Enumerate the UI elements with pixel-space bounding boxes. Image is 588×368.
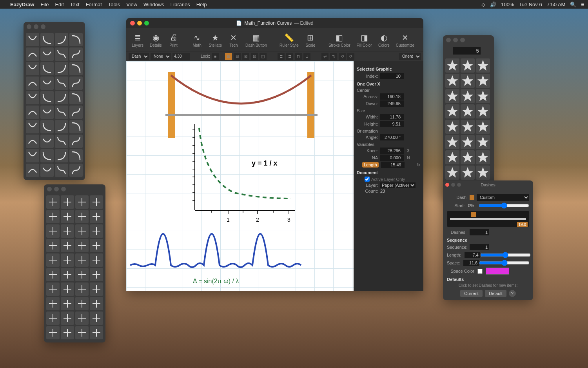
dist-btn-3[interactable]: ⊓ — [295, 53, 302, 60]
curve-tool-25[interactable] — [40, 120, 54, 133]
stellate-tool-20[interactable] — [476, 150, 490, 164]
curve-tool-7[interactable] — [69, 47, 83, 61]
menu-libraries[interactable]: Libraries — [171, 2, 190, 7]
curve-tool-10[interactable] — [55, 62, 68, 75]
dash-mode[interactable]: Custom — [477, 194, 529, 201]
tb-dash-button[interactable]: ▦Dash Button — [243, 31, 269, 48]
tech-tool-11[interactable] — [90, 224, 103, 238]
tech-tool-5[interactable] — [61, 210, 74, 223]
dash-handle[interactable] — [471, 212, 476, 217]
height-field[interactable]: 9.51 — [380, 121, 404, 127]
help-button[interactable]: ? — [509, 290, 516, 297]
length-badge[interactable]: Length — [362, 162, 379, 168]
align-btn-5[interactable]: ◫ — [260, 53, 267, 60]
align-btn-2[interactable]: ⊟ — [234, 53, 241, 60]
stellate-tool-19[interactable] — [461, 150, 475, 164]
space-color-swatch[interactable] — [486, 268, 509, 275]
curve-tool-0[interactable] — [26, 33, 39, 46]
curve-tool-27[interactable] — [69, 120, 83, 133]
curve-tool-28[interactable] — [26, 135, 39, 148]
menu-text[interactable]: Text — [70, 2, 80, 7]
tech-tool-19[interactable] — [90, 253, 103, 267]
curve-tool-37[interactable] — [40, 164, 54, 177]
curve-tool-2[interactable] — [55, 33, 68, 46]
curve-tool-32[interactable] — [26, 149, 39, 162]
flip-btn-2[interactable]: ⇅ — [330, 53, 337, 60]
sequence-field[interactable] — [470, 244, 489, 250]
index-field[interactable]: 10 — [380, 73, 404, 79]
tb-details[interactable]: ◉Details — [147, 31, 164, 48]
stellate-tool-22[interactable] — [461, 166, 475, 180]
tech-tool-12[interactable] — [46, 239, 60, 252]
stellate-tool-6[interactable] — [445, 89, 459, 103]
battery[interactable]: 100% — [501, 2, 514, 7]
na-field[interactable]: 0.000 — [380, 155, 404, 161]
curve-tool-34[interactable] — [55, 149, 68, 162]
tb-math[interactable]: ∿Math — [189, 31, 205, 48]
curve-tool-24[interactable] — [26, 120, 39, 133]
current-button[interactable]: Current — [460, 290, 483, 297]
tech-tool-17[interactable] — [61, 253, 74, 267]
flip-btn-3[interactable]: ⟲ — [339, 53, 346, 60]
tech-tool-4[interactable] — [46, 210, 60, 223]
stellate-tool-23[interactable] — [476, 166, 490, 180]
menu-format[interactable]: Format — [86, 2, 102, 7]
tech-tool-39[interactable] — [90, 326, 103, 339]
tech-tool-13[interactable] — [61, 239, 74, 252]
curve-tool-31[interactable] — [69, 135, 83, 148]
tb-tech[interactable]: ✕Tech — [226, 31, 241, 48]
stellate-tool-4[interactable] — [461, 74, 475, 88]
tb-customize[interactable]: ✕Customize — [394, 31, 417, 48]
default-button[interactable]: Default — [485, 290, 506, 297]
space-color-check[interactable] — [477, 269, 483, 274]
stellate-tool-13[interactable] — [461, 120, 475, 134]
curve-tool-12[interactable] — [26, 77, 39, 90]
stellate-tool-18[interactable] — [445, 150, 459, 164]
dash-preview[interactable]: 19.0 — [447, 211, 529, 227]
tech-tool-25[interactable] — [61, 282, 74, 296]
tech-tool-36[interactable] — [46, 326, 60, 339]
tb-fill-color[interactable]: ◨Fill Color — [354, 31, 374, 48]
menu-windows[interactable]: Windows — [143, 2, 164, 7]
notif-icon[interactable]: ≡ — [581, 2, 584, 7]
menu-view[interactable]: View — [126, 2, 137, 7]
tech-tool-16[interactable] — [46, 253, 60, 267]
curve-tool-39[interactable] — [69, 164, 83, 177]
width-field[interactable]: 11.78 — [380, 114, 404, 120]
curve-tool-5[interactable] — [40, 47, 54, 61]
tech-tool-15[interactable] — [90, 239, 103, 252]
curve-tool-8[interactable] — [26, 62, 39, 75]
tb-stroke-color[interactable]: ◧Stroke Color — [326, 31, 353, 48]
tech-tool-24[interactable] — [46, 282, 60, 296]
doc-titlebar[interactable]: 📄 Math_Function Curves — Edited — [126, 18, 423, 28]
curve-tool-14[interactable] — [55, 77, 68, 90]
curve-tool-13[interactable] — [40, 77, 54, 90]
dist-btn-1[interactable]: ⊏ — [278, 53, 285, 60]
tech-tool-32[interactable] — [46, 312, 60, 325]
zoom-field[interactable] — [172, 53, 190, 60]
tech-tool-38[interactable] — [75, 326, 89, 339]
tech-tool-37[interactable] — [61, 326, 74, 339]
curve-tool-22[interactable] — [55, 106, 68, 119]
tb-print[interactable]: 🖨Print — [166, 31, 181, 48]
curve-tool-1[interactable] — [40, 33, 54, 46]
stellate-sides[interactable] — [453, 47, 481, 55]
align-btn-4[interactable]: ⊡ — [251, 53, 258, 60]
tech-tool-6[interactable] — [75, 210, 89, 223]
curve-tool-11[interactable] — [69, 62, 83, 75]
volume-icon[interactable]: 🔊 — [490, 2, 496, 7]
knee-field[interactable]: 28.296 — [380, 148, 404, 154]
tech-tool-20[interactable] — [46, 268, 60, 281]
tech-tool-33[interactable] — [61, 312, 74, 325]
stellate-tool-3[interactable] — [445, 74, 459, 88]
stellate-tool-7[interactable] — [461, 89, 475, 103]
tech-tool-9[interactable] — [61, 224, 74, 238]
tech-tool-22[interactable] — [75, 268, 89, 281]
tech-tool-14[interactable] — [75, 239, 89, 252]
start-slider[interactable] — [479, 202, 529, 209]
tb-layers[interactable]: ≣Layers — [129, 31, 146, 48]
curve-tool-33[interactable] — [40, 149, 54, 162]
tech-tool-2[interactable] — [75, 195, 89, 209]
curve-tool-18[interactable] — [55, 91, 68, 104]
tech-tool-0[interactable] — [46, 195, 60, 209]
